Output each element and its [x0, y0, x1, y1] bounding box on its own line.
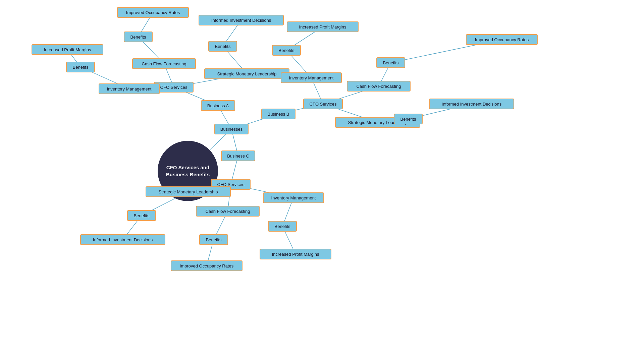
node-label-cfoA_strat_inf: Informed Investment Decisions [211, 18, 271, 23]
node-label-businesses: Businesses [220, 127, 243, 132]
node-label-cfoA: CFO Services [160, 85, 187, 90]
node-label-cfoC_inv: Inventory Management [271, 195, 316, 200]
node-label-cfoC_strat: Strategic Monetary Leadership [158, 189, 218, 194]
node-label-cfoA_cash: Cash Flow Forecasting [142, 61, 186, 66]
node-label-cfoB_cash_imp: Improved Occupancy Rates [475, 37, 529, 42]
node-label-cfoA_strat_ben: Benefits [215, 44, 231, 49]
node-label-cfoC: CFO Services [217, 182, 245, 187]
node-label-cfoB_inv_ben: Benefits [279, 48, 294, 53]
node-label-cfoB: CFO Services [310, 102, 337, 107]
node-label-cfoB_strat_inf: Informed Investment Decisions [442, 102, 502, 107]
node-label-cfoC_cash: Cash Flow Forecasting [206, 209, 250, 214]
node-label-cfoA_cash_ben: Benefits [130, 35, 146, 40]
node-label-cfoB_inv_inc: Increased Profit Margins [299, 24, 346, 29]
node-label-cfoC_strat_inf: Informed Investment Decisions [93, 237, 153, 242]
center-label: CFO Services and Business Benefits [164, 158, 211, 184]
node-label-cfoC_inv_inc: Increased Profit Margins [272, 252, 319, 257]
node-label-cfoA_inv_ben: Benefits [73, 65, 89, 70]
node-label-businessA: Business A [207, 103, 229, 108]
node-label-businessB: Business B [267, 112, 289, 117]
node-label-cfoB_cash: Cash Flow Forecasting [357, 84, 401, 89]
node-label-cfoA_inv: Inventory Management [107, 86, 152, 92]
node-label-cfoB_strat_ben: Benefits [400, 117, 416, 122]
node-label-cfoC_inv_ben: Benefits [275, 224, 290, 229]
node-label-cfoC_strat_ben: Benefits [134, 213, 150, 218]
node-label-cfoA_strat: Strategic Monetary Leadership [217, 71, 276, 76]
node-label-cfoB_cash_ben: Benefits [383, 60, 399, 65]
node-label-cfoC_cash_ben: Benefits [206, 237, 222, 242]
node-label-cfoA_inv_inc: Increased Profit Margins [44, 47, 91, 52]
node-label-businessC: Business C [227, 154, 249, 159]
node-label-cfoB_inv: Inventory Management [289, 75, 334, 80]
mindmap-svg: CFO Services and Business BenefitsBusine… [0, 0, 644, 362]
node-label-cfoA_cash_imp: Improved Occupancy Rates [126, 10, 180, 15]
node-label-cfoC_cash_imp: Improved Occupancy Rates [180, 263, 234, 268]
